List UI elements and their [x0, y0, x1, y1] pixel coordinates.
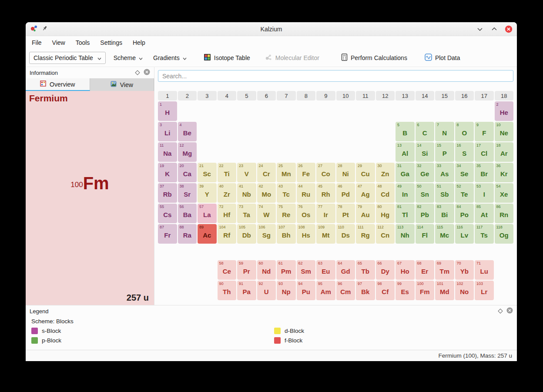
element-Au[interactable]: 79Au [356, 204, 375, 223]
element-Np[interactable]: 93Np [277, 281, 296, 300]
element-Tb[interactable]: 65Tb [356, 260, 375, 280]
element-La[interactable]: 57La [198, 204, 217, 223]
element-Se[interactable]: 34Se [455, 163, 474, 182]
element-Pr[interactable]: 59Pr [237, 260, 256, 280]
element-Sc[interactable]: 21Sc [198, 163, 217, 182]
element-Sb[interactable]: 51Sb [435, 183, 454, 203]
menu-tools[interactable]: Tools [76, 39, 90, 46]
element-Ca[interactable]: 20Ca [178, 163, 197, 182]
menu-view[interactable]: View [52, 39, 65, 46]
element-Lr[interactable]: 103Lr [475, 281, 494, 300]
element-Fe[interactable]: 26Fe [297, 163, 316, 182]
element-Th[interactable]: 90Th [218, 281, 237, 300]
element-He[interactable]: 2He [495, 101, 514, 121]
element-Zn[interactable]: 30Zn [376, 163, 395, 182]
element-Yb[interactable]: 70Yb [455, 260, 474, 280]
element-Ne[interactable]: 10Ne [495, 122, 514, 141]
element-Nb[interactable]: 41Nb [237, 183, 256, 203]
element-Tc[interactable]: 43Tc [277, 183, 296, 203]
element-As[interactable]: 33As [435, 163, 454, 182]
element-V[interactable]: 23V [237, 163, 256, 182]
element-Ac[interactable]: 89Ac [198, 224, 217, 244]
element-Er[interactable]: 68Er [416, 260, 435, 280]
element-Tl[interactable]: 81Tl [396, 204, 415, 223]
element-Pb[interactable]: 82Pb [416, 204, 435, 223]
gradients-dropdown[interactable]: Gradients [151, 52, 189, 64]
element-Es[interactable]: 99Es [396, 281, 415, 300]
element-Ga[interactable]: 31Ga [396, 163, 415, 182]
element-Na[interactable]: 11Na [158, 142, 177, 162]
element-Md[interactable]: 101Md [435, 281, 454, 300]
element-Nd[interactable]: 60Nd [257, 260, 276, 280]
element-Rb[interactable]: 37Rb [158, 183, 177, 203]
search-input[interactable] [158, 70, 513, 82]
element-Xe[interactable]: 54Xe [495, 183, 514, 203]
element-Re[interactable]: 75Re [277, 204, 296, 223]
float-panel-icon[interactable] [498, 308, 503, 313]
element-Po[interactable]: 84Po [455, 204, 474, 223]
element-Cd[interactable]: 48Cd [376, 183, 395, 203]
element-At[interactable]: 85At [475, 204, 494, 223]
element-Lv[interactable]: 116Lv [455, 224, 474, 244]
element-Cr[interactable]: 24Cr [257, 163, 276, 182]
element-Pd[interactable]: 46Pd [336, 183, 355, 203]
element-Dy[interactable]: 66Dy [376, 260, 395, 280]
tab-view[interactable]: View [90, 78, 154, 91]
element-Mn[interactable]: 25Mn [277, 163, 296, 182]
element-Lu[interactable]: 71Lu [475, 260, 494, 280]
element-Cm[interactable]: 96Cm [336, 281, 355, 300]
element-Ds[interactable]: 110Ds [336, 224, 355, 244]
element-U[interactable]: 92U [257, 281, 276, 300]
element-N[interactable]: 7N [435, 122, 454, 141]
element-Ru[interactable]: 44Ru [297, 183, 316, 203]
element-Bh[interactable]: 107Bh [277, 224, 296, 244]
element-Co[interactable]: 27Co [316, 163, 335, 182]
element-Te[interactable]: 52Te [455, 183, 474, 203]
element-Ag[interactable]: 47Ag [356, 183, 375, 203]
element-Kr[interactable]: 36Kr [495, 163, 514, 182]
element-Am[interactable]: 95Am [316, 281, 335, 300]
element-Hf[interactable]: 72Hf [218, 204, 237, 223]
element-In[interactable]: 49In [396, 183, 415, 203]
element-Ir[interactable]: 77Ir [316, 204, 335, 223]
element-Sm[interactable]: 62Sm [297, 260, 316, 280]
element-Tm[interactable]: 69Tm [435, 260, 454, 280]
plot-data-button[interactable]: Plot Data [422, 51, 463, 64]
element-Rg[interactable]: 111Rg [356, 224, 375, 244]
element-Bi[interactable]: 83Bi [435, 204, 454, 223]
element-Sn[interactable]: 50Sn [416, 183, 435, 203]
element-No[interactable]: 102No [455, 281, 474, 300]
close-panel-icon[interactable] [506, 307, 513, 315]
element-Db[interactable]: 105Db [237, 224, 256, 244]
element-Cs[interactable]: 55Cs [158, 204, 177, 223]
element-O[interactable]: 8O [455, 122, 474, 141]
element-Pa[interactable]: 91Pa [237, 281, 256, 300]
element-Eu[interactable]: 63Eu [316, 260, 335, 280]
element-Mo[interactable]: 42Mo [257, 183, 276, 203]
element-Ba[interactable]: 56Ba [178, 204, 197, 223]
element-Cf[interactable]: 98Cf [376, 281, 395, 300]
minimize-button[interactable] [476, 25, 484, 33]
element-Mt[interactable]: 109Mt [316, 224, 335, 244]
element-P[interactable]: 15P [435, 142, 454, 162]
pin-icon[interactable] [42, 25, 48, 33]
perform-calculations-button[interactable]: Perform Calculations [338, 51, 410, 64]
element-Rn[interactable]: 86Rn [495, 204, 514, 223]
close-panel-icon[interactable] [144, 69, 150, 77]
element-W[interactable]: 74W [257, 204, 276, 223]
element-Ra[interactable]: 88Ra [178, 224, 197, 244]
element-Pt[interactable]: 78Pt [336, 204, 355, 223]
close-button[interactable] [505, 25, 513, 33]
menu-settings[interactable]: Settings [100, 39, 122, 46]
element-Ti[interactable]: 22Ti [218, 163, 237, 182]
element-Al[interactable]: 13Al [396, 142, 415, 162]
menu-help[interactable]: Help [133, 39, 145, 46]
element-Og[interactable]: 118Og [495, 224, 514, 244]
element-Ts[interactable]: 117Ts [475, 224, 494, 244]
element-Fl[interactable]: 114Fl [416, 224, 435, 244]
tab-overview[interactable]: Overview [26, 78, 90, 91]
element-Pm[interactable]: 61Pm [277, 260, 296, 280]
element-Hg[interactable]: 80Hg [376, 204, 395, 223]
element-Pu[interactable]: 94Pu [297, 281, 316, 300]
scheme-dropdown[interactable]: Scheme [111, 52, 145, 64]
